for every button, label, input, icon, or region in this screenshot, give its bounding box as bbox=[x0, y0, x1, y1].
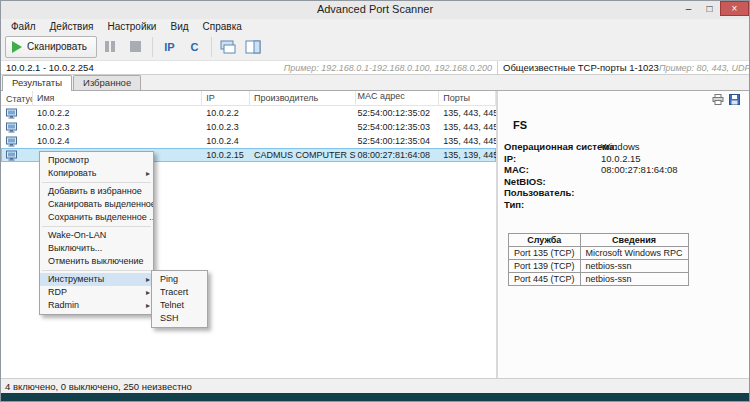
context-item-abort-shutdown[interactable]: Отменить выключение bbox=[40, 255, 153, 268]
favorites-view-button[interactable] bbox=[217, 36, 240, 58]
c-class-button[interactable]: C bbox=[183, 36, 206, 58]
save-button[interactable] bbox=[729, 94, 740, 105]
context-item-rdp[interactable]: RDP▸ bbox=[40, 286, 153, 299]
submenu-item-telnet[interactable]: Telnet bbox=[152, 299, 207, 312]
ip-range-input[interactable]: 10.0.2.1 - 10.0.2.254 Пример: 192.168.0.… bbox=[1, 61, 498, 74]
column-header-status[interactable]: Статус bbox=[1, 91, 33, 105]
print-icon bbox=[712, 94, 724, 105]
name-cell: 10.0.2.4 bbox=[33, 136, 202, 146]
menu-file[interactable]: Файл bbox=[4, 21, 43, 32]
services-column-details: Сведения bbox=[580, 234, 688, 247]
service-row: Port 139 (TCP) netbios-ssn bbox=[509, 260, 689, 273]
context-item-radmin-label: Radmin bbox=[48, 300, 79, 310]
submenu-item-ping[interactable]: Ping bbox=[152, 273, 207, 286]
property-row: IP: 10.0.2.15 bbox=[504, 153, 747, 165]
status-cell bbox=[1, 122, 33, 133]
ports-hint: Пример: 80, 443, UDP; 1-10 bbox=[659, 63, 749, 73]
context-item-wake-on-lan[interactable]: Wake-On-LAN bbox=[40, 229, 153, 242]
context-item-tools[interactable]: Инструменты▸ bbox=[40, 273, 153, 286]
property-label: Тип: bbox=[504, 199, 601, 210]
toolbar-separator bbox=[152, 37, 153, 57]
service-row: Port 135 (TCP) Microsoft Windows RPC bbox=[509, 247, 689, 260]
column-header-ports[interactable]: Порты bbox=[439, 91, 496, 105]
c-icon: C bbox=[190, 41, 198, 53]
title-bar[interactable]: Advanced Port Scanner – □ × bbox=[1, 1, 749, 19]
context-item-radmin[interactable]: Radmin▸ bbox=[40, 299, 153, 312]
menu-actions[interactable]: Действия bbox=[43, 21, 101, 32]
window-title: Advanced Port Scanner bbox=[1, 3, 749, 15]
vendor-cell: CADMUS COMPUTER SYSTEMS bbox=[250, 150, 356, 160]
context-item-copy[interactable]: Копировать▸ bbox=[40, 167, 153, 180]
context-item-shutdown[interactable]: Выключить... bbox=[40, 242, 153, 255]
stop-icon bbox=[130, 41, 141, 52]
column-header-ip[interactable]: IP bbox=[202, 91, 250, 105]
submenu-arrow-icon: ▸ bbox=[146, 286, 150, 299]
tab-favorites[interactable]: Избранное bbox=[73, 75, 141, 90]
close-button[interactable]: × bbox=[720, 1, 749, 16]
services-table: Служба Сведения Port 135 (TCP) Microsoft… bbox=[508, 233, 689, 286]
property-row: Пользователь: bbox=[504, 187, 747, 199]
ports-cell: 135, 139, 445 bbox=[439, 150, 496, 160]
context-item-view[interactable]: Просмотр bbox=[40, 154, 153, 167]
property-row: Тип: bbox=[504, 199, 747, 211]
menu-separator bbox=[42, 182, 151, 183]
maximize-button[interactable]: □ bbox=[699, 1, 720, 16]
table-row[interactable]: 10.0.2.4 10.0.2.4 52:54:00:12:35:04 135,… bbox=[1, 134, 496, 148]
context-item-add-favorites[interactable]: Добавить в избранное bbox=[40, 185, 153, 198]
property-row: Операционная система: Windows bbox=[504, 141, 747, 153]
menu-settings[interactable]: Настройки bbox=[100, 21, 163, 32]
ip-range-hint: Пример: 192.168.0.1-192.168.0.100, 192.1… bbox=[284, 63, 492, 73]
pause-icon bbox=[105, 41, 115, 52]
service-details-cell: Microsoft Windows RPC bbox=[580, 247, 688, 260]
pause-button[interactable] bbox=[99, 36, 122, 58]
status-cell bbox=[1, 108, 33, 119]
ports-input[interactable]: Общеизвестные TCP-порты 1-1023 Пример: 8… bbox=[498, 61, 749, 74]
service-cell: Port 445 (TCP) bbox=[509, 273, 581, 286]
ports-cell: 135, 443, 445 bbox=[439, 122, 496, 132]
toolbar: Сканировать IP C bbox=[1, 33, 749, 60]
tab-results[interactable]: Результаты bbox=[2, 75, 72, 91]
name-cell: 10.0.2.3 bbox=[33, 122, 202, 132]
desktop-strip bbox=[1, 393, 749, 401]
save-icon bbox=[729, 94, 740, 105]
menu-view[interactable]: Вид bbox=[163, 21, 195, 32]
name-cell: 10.0.2.2 bbox=[33, 108, 202, 118]
column-header-name[interactable]: Имя bbox=[33, 91, 202, 105]
context-item-copy-label: Копировать bbox=[48, 168, 96, 178]
status-cell bbox=[1, 150, 33, 161]
details-panel: FS Операционная система: Windows IP: 10.… bbox=[498, 91, 749, 378]
mac-cell: 08:00:27:81:64:08 bbox=[356, 150, 440, 160]
context-menu: Просмотр Копировать▸ Добавить в избранно… bbox=[39, 151, 154, 315]
submenu-item-ssh[interactable]: SSH bbox=[152, 312, 207, 325]
table-row[interactable]: 10.0.2.2 10.0.2.2 52:54:00:12:35:02 135,… bbox=[1, 106, 496, 120]
scan-button-label: Сканировать bbox=[27, 41, 87, 52]
scan-button[interactable]: Сканировать bbox=[5, 36, 97, 58]
property-label: NetBIOS: bbox=[504, 176, 601, 187]
service-cell: Port 139 (TCP) bbox=[509, 260, 581, 273]
context-item-save-selected[interactable]: Сохранить выделенное ... bbox=[40, 211, 153, 224]
service-cell: Port 135 (TCP) bbox=[509, 247, 581, 260]
ip-lookup-button[interactable]: IP bbox=[158, 36, 181, 58]
stop-button[interactable] bbox=[124, 36, 147, 58]
menu-separator bbox=[42, 270, 151, 271]
column-header-vendor[interactable]: Производитель bbox=[250, 91, 356, 105]
computer-icon bbox=[6, 122, 17, 133]
property-value: 10.0.2.15 bbox=[601, 153, 641, 164]
mac-cell: 52:54:00:12:35:03 bbox=[356, 122, 440, 132]
menu-help[interactable]: Справка bbox=[196, 21, 249, 32]
details-panel-toggle-button[interactable] bbox=[242, 36, 265, 58]
submenu-arrow-icon: ▸ bbox=[146, 167, 150, 180]
ip-cell: 10.0.2.3 bbox=[202, 122, 250, 132]
service-details-cell: netbios-ssn bbox=[580, 260, 688, 273]
computer-icon bbox=[6, 136, 17, 147]
minimize-button[interactable]: – bbox=[678, 1, 699, 16]
submenu-item-tracert[interactable]: Tracert bbox=[152, 286, 207, 299]
column-header-mac[interactable]: MAC адрес bbox=[356, 91, 440, 105]
print-button[interactable] bbox=[712, 94, 724, 105]
tools-submenu: Ping Tracert Telnet SSH bbox=[151, 270, 208, 328]
ip-cell: 10.0.2.15 bbox=[202, 150, 250, 160]
property-row: MAC: 08:00:27:81:64:08 bbox=[504, 164, 747, 176]
context-item-rescan-selected[interactable]: Сканировать выделенное bbox=[40, 198, 153, 211]
property-label: MAC: bbox=[504, 164, 601, 175]
table-row[interactable]: 10.0.2.3 10.0.2.3 52:54:00:12:35:03 135,… bbox=[1, 120, 496, 134]
